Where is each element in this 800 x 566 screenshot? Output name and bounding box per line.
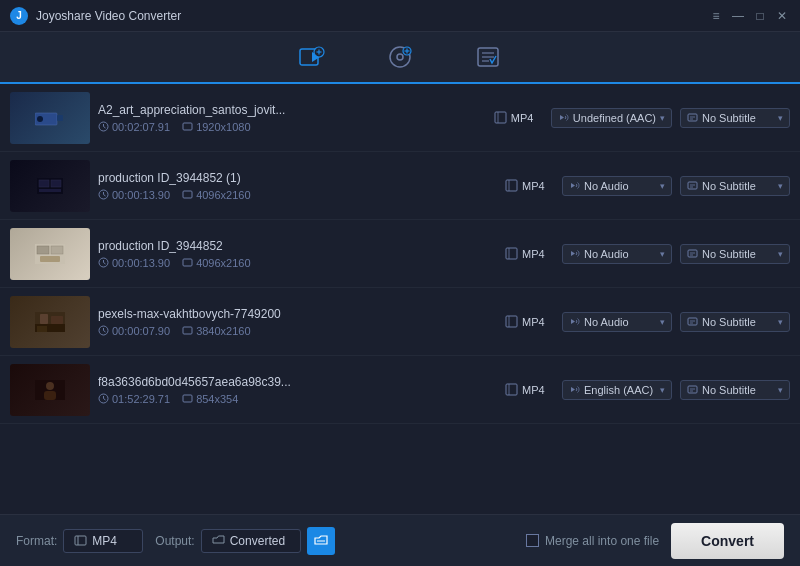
audio-dropdown[interactable]: No Audio ▾	[562, 312, 672, 332]
subtitle-dropdown-group: No Subtitle ▾	[680, 176, 790, 196]
file-format: MP4	[505, 247, 550, 260]
svg-rect-33	[183, 191, 192, 198]
file-thumbnail	[10, 92, 90, 144]
app-title: Joyoshare Video Converter	[36, 9, 708, 23]
file-info: pexels-max-vakhtbovych-7749200 00:00:07.…	[98, 307, 497, 337]
audio-dropdown-group: Undefined (AAC) ▾	[551, 108, 672, 128]
svg-rect-40	[37, 246, 49, 254]
svg-line-32	[104, 195, 106, 197]
subtitle-dropdown[interactable]: No Subtitle ▾	[680, 176, 790, 196]
file-format: MP4	[505, 179, 550, 192]
svg-rect-73	[506, 384, 517, 395]
svg-rect-21	[495, 112, 506, 123]
svg-rect-41	[51, 246, 63, 254]
merge-section: Merge all into one file	[526, 534, 659, 548]
file-resolution: 4096x2160	[182, 257, 250, 269]
svg-rect-34	[506, 180, 517, 191]
output-section: Output: Converted	[155, 527, 334, 555]
minimize-button[interactable]: —	[730, 8, 746, 24]
merge-checkbox[interactable]	[526, 534, 539, 547]
audio-dropdown[interactable]: No Audio ▾	[562, 244, 672, 264]
file-duration: 00:00:13.90	[98, 189, 170, 201]
menu-icon[interactable]: ≡	[708, 8, 724, 24]
file-thumbnail	[10, 228, 90, 280]
subtitle-dropdown-group: No Subtitle ▾	[680, 244, 790, 264]
svg-rect-56	[37, 326, 47, 332]
subtitle-dropdown-group: No Subtitle ▾	[680, 108, 790, 128]
format-section: Format: MP4	[16, 529, 143, 553]
task-list-button[interactable]	[464, 37, 512, 77]
file-meta: 00:00:07.90 3840x2160	[98, 325, 497, 337]
svg-rect-55	[51, 316, 63, 324]
audio-dropdown-group: No Audio ▾	[562, 176, 672, 196]
svg-rect-63	[688, 318, 697, 325]
svg-line-45	[104, 263, 106, 265]
file-resolution: 4096x2160	[182, 189, 250, 201]
maximize-button[interactable]: □	[752, 8, 768, 24]
svg-rect-36	[688, 182, 697, 189]
bottom-bar: Format: MP4 Output: Converted Merge all …	[0, 514, 800, 566]
output-path-text: Converted	[230, 534, 285, 548]
browse-output-button[interactable]	[307, 527, 335, 555]
file-name: f8a3636d6bd0d45657aea6a98c39...	[98, 375, 497, 389]
audio-dropdown[interactable]: No Audio ▾	[562, 176, 672, 196]
subtitle-dropdown[interactable]: No Subtitle ▾	[680, 244, 790, 264]
format-value-text: MP4	[92, 534, 117, 548]
window-controls: ≡ — □ ✕	[708, 8, 790, 24]
convert-settings-button[interactable]	[376, 37, 424, 77]
audio-dropdown-group: No Audio ▾	[562, 244, 672, 264]
svg-point-16	[37, 116, 43, 122]
file-name: pexels-max-vakhtbovych-7749200	[98, 307, 497, 321]
svg-rect-49	[688, 250, 697, 257]
file-list: A2_art_appreciation_santos_jovit... 00:0…	[0, 84, 800, 454]
svg-point-6	[397, 54, 403, 60]
subtitle-dropdown-group: No Subtitle ▾	[680, 312, 790, 332]
file-name: production ID_3944852 (1)	[98, 171, 497, 185]
file-resolution: 3840x2160	[182, 325, 250, 337]
output-path[interactable]: Converted	[201, 529, 301, 553]
audio-dropdown[interactable]: Undefined (AAC) ▾	[551, 108, 672, 128]
svg-rect-29	[39, 189, 61, 192]
svg-rect-75	[688, 386, 697, 393]
file-info: production ID_3944852 (1) 00:00:13.90 40…	[98, 171, 497, 201]
file-row: production ID_3944852 (1) 00:00:13.90 40…	[0, 152, 800, 220]
file-thumbnail	[10, 160, 90, 212]
close-button[interactable]: ✕	[774, 8, 790, 24]
svg-point-67	[46, 382, 54, 390]
file-duration: 00:00:07.90	[98, 325, 170, 337]
svg-rect-28	[51, 180, 61, 187]
svg-rect-46	[183, 259, 192, 266]
svg-rect-27	[39, 180, 49, 187]
subtitle-dropdown[interactable]: No Subtitle ▾	[680, 108, 790, 128]
file-meta: 00:02:07.91 1920x1080	[98, 121, 486, 133]
file-format: MP4	[505, 315, 550, 328]
svg-rect-15	[57, 115, 63, 121]
add-media-button[interactable]	[288, 37, 336, 77]
svg-line-59	[104, 331, 106, 333]
file-format: MP4	[505, 383, 550, 396]
svg-rect-68	[44, 391, 56, 400]
toolbar	[0, 32, 800, 84]
file-resolution: 1920x1080	[182, 121, 250, 133]
svg-rect-61	[506, 316, 517, 327]
file-info: A2_art_appreciation_santos_jovit... 00:0…	[98, 103, 486, 133]
convert-button[interactable]: Convert	[671, 523, 784, 559]
titlebar: J Joyoshare Video Converter ≡ — □ ✕	[0, 0, 800, 32]
output-label: Output:	[155, 534, 194, 548]
audio-dropdown-group: English (AAC) ▾	[562, 380, 672, 400]
app-logo: J	[10, 7, 28, 25]
file-thumbnail	[10, 296, 90, 348]
file-meta: 01:52:29.71 854x354	[98, 393, 497, 405]
subtitle-dropdown[interactable]: No Subtitle ▾	[680, 380, 790, 400]
svg-rect-78	[75, 536, 86, 545]
audio-dropdown[interactable]: English (AAC) ▾	[562, 380, 672, 400]
format-selector[interactable]: MP4	[63, 529, 143, 553]
file-meta: 00:00:13.90 4096x2160	[98, 189, 497, 201]
svg-rect-23	[688, 114, 697, 121]
file-duration: 01:52:29.71	[98, 393, 170, 405]
svg-line-71	[104, 399, 106, 401]
subtitle-dropdown[interactable]: No Subtitle ▾	[680, 312, 790, 332]
file-duration: 00:00:13.90	[98, 257, 170, 269]
file-info: f8a3636d6bd0d45657aea6a98c39... 01:52:29…	[98, 375, 497, 405]
file-resolution: 854x354	[182, 393, 238, 405]
